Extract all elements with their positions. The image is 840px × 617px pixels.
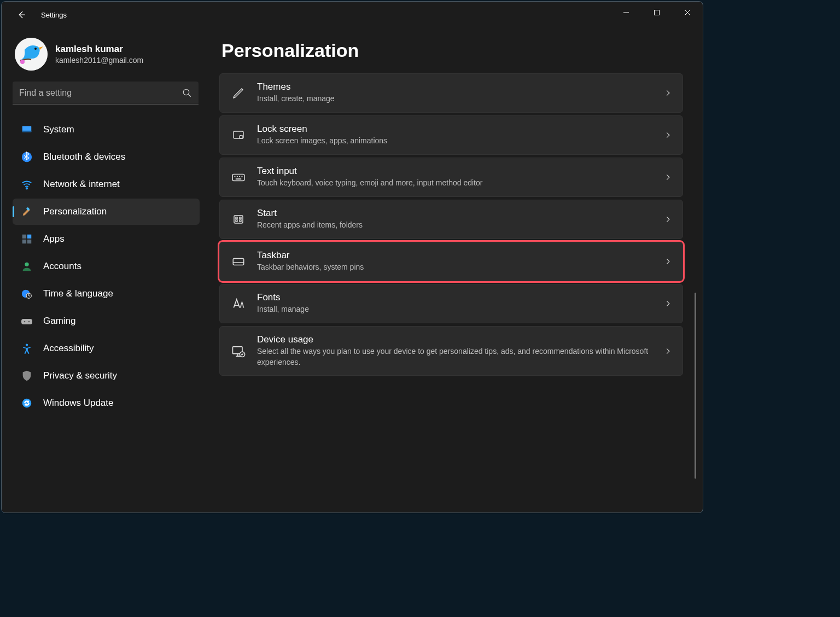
sidebar-item-network[interactable]: Network & internet: [13, 171, 200, 197]
chevron-right-icon: [664, 216, 672, 223]
svg-rect-36: [233, 259, 244, 265]
profile-text: kamlesh kumar kamlesh2011@gmail.com: [55, 44, 143, 65]
card-title: Text input: [257, 166, 653, 177]
svg-point-22: [22, 399, 32, 408]
sidebar-item-apps[interactable]: Apps: [13, 226, 200, 252]
sidebar-item-label: Windows Update: [43, 398, 114, 409]
back-button[interactable]: [10, 4, 32, 26]
card-text: Start Recent apps and items, folders: [257, 208, 653, 231]
start-icon: [231, 212, 246, 227]
scrollbar[interactable]: [695, 293, 696, 479]
card-taskbar[interactable]: Taskbar Taskbar behaviors, system pins: [219, 242, 683, 281]
card-start[interactable]: Start Recent apps and items, folders: [219, 200, 683, 239]
chevron-right-icon: [664, 258, 672, 265]
sidebar-item-label: System: [43, 124, 74, 135]
svg-rect-11: [22, 235, 26, 238]
svg-rect-12: [27, 235, 31, 238]
svg-point-15: [25, 263, 28, 266]
sidebar-item-label: Accessibility: [43, 343, 94, 354]
card-text: Lock screen Lock screen images, apps, an…: [257, 124, 653, 147]
card-title: Themes: [257, 82, 653, 92]
svg-point-20: [28, 321, 30, 323]
svg-rect-34: [236, 220, 237, 222]
svg-rect-33: [240, 217, 241, 219]
close-icon: [684, 9, 691, 16]
sidebar-item-time-language[interactable]: Time & language: [13, 281, 200, 307]
taskbar-icon: [231, 254, 246, 269]
sidebar-item-label: Network & internet: [43, 179, 120, 190]
svg-point-10: [26, 188, 28, 189]
card-text: Device usage Select all the ways you pla…: [257, 334, 653, 368]
card-text: Themes Install, create, manage: [257, 82, 653, 104]
card-desc: Lock screen images, apps, animations: [257, 136, 653, 147]
maximize-button[interactable]: [641, 2, 672, 24]
card-desc: Recent apps and items, folders: [257, 220, 653, 231]
user-name: kamlesh kumar: [55, 44, 143, 55]
chevron-right-icon: [664, 89, 672, 97]
card-fonts[interactable]: Fonts Install, manage: [219, 284, 683, 323]
sidebar-item-update[interactable]: Windows Update: [13, 390, 200, 416]
clock-globe-icon: [20, 287, 33, 300]
svg-rect-8: [22, 131, 32, 132]
card-title: Device usage: [257, 334, 653, 345]
svg-point-19: [24, 321, 26, 323]
sidebar-item-accessibility[interactable]: Accessibility: [13, 335, 200, 362]
svg-point-5: [183, 89, 189, 95]
sidebar-item-personalization[interactable]: Personalization: [13, 199, 200, 225]
svg-rect-31: [234, 216, 243, 223]
close-button[interactable]: [672, 2, 703, 24]
card-lock-screen[interactable]: Lock screen Lock screen images, apps, an…: [219, 115, 683, 155]
svg-rect-35: [240, 220, 241, 222]
grid-icon: [20, 232, 33, 246]
chevron-right-icon: [664, 300, 672, 307]
search-box[interactable]: [13, 82, 199, 104]
card-device-usage[interactable]: Device usage Select all the ways you pla…: [219, 326, 683, 376]
device-check-icon: [231, 344, 246, 359]
svg-point-21: [26, 344, 28, 346]
minimize-button[interactable]: [611, 2, 641, 24]
sidebar-item-label: Privacy & security: [43, 370, 117, 381]
avatar: [15, 38, 48, 71]
card-desc: Taskbar behaviors, system pins: [257, 262, 653, 273]
sidebar-item-system[interactable]: System: [13, 117, 200, 143]
sidebar: kamlesh kumar kamlesh2011@gmail.com Syst…: [2, 28, 209, 513]
sidebar-item-label: Accounts: [43, 261, 81, 272]
card-text: Text input Touch keyboard, voice typing,…: [257, 166, 653, 189]
arrow-left-icon: [16, 10, 26, 20]
sidebar-item-label: Gaming: [43, 316, 76, 327]
sidebar-item-bluetooth[interactable]: Bluetooth & devices: [13, 144, 200, 170]
search-input[interactable]: [19, 88, 182, 98]
card-themes[interactable]: Themes Install, create, manage: [219, 73, 683, 113]
person-icon: [20, 260, 33, 273]
svg-point-3: [34, 48, 37, 50]
display-icon: [20, 123, 33, 136]
settings-window: Settings: [1, 1, 703, 513]
sync-icon: [20, 397, 33, 410]
main-panel: Personalization Themes Install, create, …: [209, 28, 703, 513]
chevron-right-icon: [664, 173, 672, 181]
wifi-icon: [20, 178, 33, 191]
svg-point-9: [22, 152, 32, 162]
chevron-right-icon: [664, 131, 672, 139]
accessibility-icon: [20, 342, 33, 355]
profile[interactable]: kamlesh kumar kamlesh2011@gmail.com: [13, 33, 209, 82]
card-desc: Install, create, manage: [257, 94, 653, 104]
brush-icon: [20, 205, 33, 218]
card-desc: Select all the ways you plan to use your…: [257, 346, 653, 368]
keyboard-icon: [231, 170, 246, 185]
card-title: Fonts: [257, 292, 653, 303]
card-text-input[interactable]: Text input Touch keyboard, voice typing,…: [219, 158, 683, 197]
sidebar-item-gaming[interactable]: Gaming: [13, 308, 200, 334]
sidebar-item-label: Apps: [43, 234, 65, 245]
pen-icon: [231, 85, 246, 101]
card-text: Fonts Install, manage: [257, 292, 653, 315]
svg-rect-25: [232, 174, 244, 181]
titlebar: Settings: [2, 2, 703, 28]
svg-rect-32: [236, 217, 237, 219]
search-icon: [182, 88, 192, 98]
sidebar-item-accounts[interactable]: Accounts: [13, 253, 200, 280]
svg-point-4: [20, 60, 25, 64]
card-title: Taskbar: [257, 250, 653, 261]
sidebar-item-privacy[interactable]: Privacy & security: [13, 363, 200, 389]
card-desc: Touch keyboard, voice typing, emoji and …: [257, 178, 653, 189]
